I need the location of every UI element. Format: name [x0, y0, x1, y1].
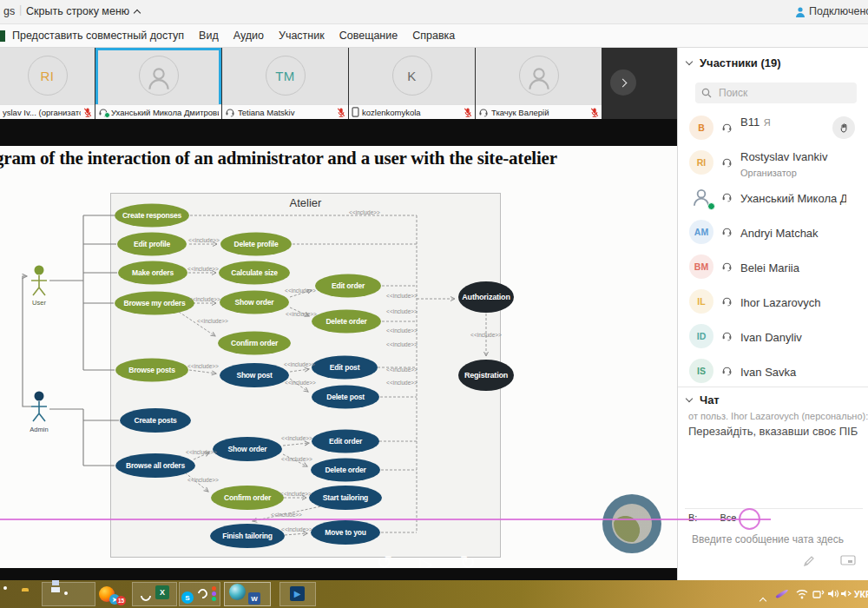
participant-row[interactable]: IS Ivan Savka	[678, 354, 868, 388]
participant-info: Ivan Savka	[740, 364, 846, 380]
menu-item[interactable]: Участник	[279, 30, 325, 42]
recipient-selector[interactable]: Все	[720, 512, 736, 523]
participants-header[interactable]: Участники (19)	[687, 56, 781, 69]
include-stereotype-label: <<include>>	[386, 341, 418, 347]
menu-item[interactable]: Предоставить совместный доступ	[12, 30, 184, 42]
excel-icon[interactable]: X	[155, 585, 169, 599]
participant-role: Организатор	[740, 168, 797, 178]
participant-info: Уханський Микола Дмитро	[740, 190, 846, 206]
avatar-initials: RI	[697, 157, 707, 168]
webex-icon[interactable]	[229, 584, 246, 600]
include-stereotype-label: <<include>>	[284, 361, 315, 367]
windows-taskbar: ➤ 15 X S W ▶ УКР	[0, 580, 868, 608]
participant-info: Ihor Lazarovych	[740, 294, 846, 310]
annotate-pencil-button[interactable]	[802, 554, 816, 568]
usecase-node: Browse all orders	[115, 453, 195, 478]
menu-item[interactable]: Вид	[199, 30, 219, 42]
participant-row[interactable]: RI Rostyslav Ivankiv Организатор	[678, 145, 868, 180]
include-stereotype-label: <<include>>	[286, 311, 317, 317]
notification-badge: 15	[116, 596, 126, 605]
chat-header[interactable]: Чат	[687, 393, 720, 406]
mic-muted-icon	[464, 107, 472, 118]
participant-video-tile[interactable]: RI yslav Iv... (организатор)	[0, 48, 95, 119]
taskbar-group	[132, 582, 177, 606]
participant-video-tile[interactable]: K kozlenkomykola	[349, 48, 475, 119]
forward-30-button[interactable]: ↻ 30	[457, 552, 479, 568]
avatar: BM	[689, 254, 713, 279]
tray-expand-button[interactable]	[760, 591, 766, 607]
chevron-up-icon	[134, 10, 141, 17]
avatar-initials: AM	[694, 227, 708, 237]
participant-video-tile[interactable]: Уханський Микола Дмитрович	[95, 48, 221, 119]
headset-icon	[721, 261, 733, 272]
participant-name: Tetiana Matskiv	[238, 108, 334, 117]
skype-icon[interactable]: S	[181, 591, 194, 604]
wifi-icon[interactable]	[795, 588, 809, 599]
headset-icon	[98, 107, 108, 117]
usecase-node: Delete profile	[220, 233, 292, 256]
include-stereotype-label: <<include>>	[187, 363, 219, 369]
include-stereotype-label: <<include>>	[470, 332, 502, 338]
keyboard-layout-indicator[interactable]: УКР	[854, 589, 868, 599]
include-stereotype-label: <<include>>	[189, 296, 220, 302]
avatar-initials: IL	[697, 296, 705, 307]
participant-name: Rostyslav Ivankiv	[740, 150, 827, 163]
avatar-initials: ID	[697, 331, 707, 341]
menu-item[interactable]: Аудио	[233, 30, 264, 42]
to-label: В:	[688, 512, 697, 523]
participant-info: Ivan Danyliv	[740, 329, 846, 345]
participant-video-tile[interactable]: TM Tetiana Matskiv	[222, 48, 348, 119]
hide-menu-button[interactable]: Скрыть строку меню	[26, 5, 140, 17]
word-icon[interactable]: W	[248, 592, 260, 605]
sharing-badge	[707, 202, 715, 210]
avatar-initials: B	[698, 122, 705, 133]
audio-device-icon[interactable]	[812, 589, 825, 599]
person-icon	[524, 63, 554, 93]
figma-icon[interactable]	[212, 586, 216, 602]
rewind-10-button[interactable]: ↺ 10	[373, 552, 396, 568]
pen-tray-icon[interactable]	[775, 589, 789, 598]
search-input[interactable]	[717, 86, 838, 100]
user-actor	[31, 266, 47, 296]
app-window: gs | Скрыть строку меню Подключено Предо…	[0, 0, 868, 608]
speaker-icon[interactable]	[827, 588, 839, 599]
participant-info: B11 Я	[740, 114, 846, 129]
participant-name: kozlenkomykola	[362, 108, 461, 117]
participant-row[interactable]: IL Ihor Lazarovych	[678, 284, 868, 319]
avatar-initials: K	[407, 69, 417, 83]
play-button[interactable]: ▷	[415, 552, 437, 568]
tile-namebar: Tetiana Matskiv	[222, 104, 348, 119]
share-device-icon[interactable]	[840, 589, 852, 598]
menu-item[interactable]: Справка	[412, 30, 455, 42]
headset-connected-icon	[795, 6, 806, 18]
usecase-node: Make orders	[118, 261, 187, 285]
filmstrip-overflow	[602, 48, 677, 119]
section-divider	[678, 387, 868, 387]
avatar: K	[392, 56, 432, 96]
chat-message-meta: от польз. Ihor Lazarovych (персонально):	[688, 411, 862, 421]
screen-capture-button[interactable]	[840, 554, 856, 568]
letterbox-bottom	[0, 568, 677, 580]
menu-icon-fragment	[0, 30, 5, 42]
participant-row[interactable]: Уханський Микола Дмитро	[678, 180, 868, 215]
movies-tv-icon[interactable]: ▶	[290, 586, 305, 601]
participant-video-tile[interactable]: Ткачук Валерій	[476, 48, 602, 119]
participant-row[interactable]: ID Ivan Danyliv	[678, 319, 868, 354]
usecase-node: Show order	[220, 291, 289, 314]
participant-row[interactable]: AM Andryi Matchak	[678, 215, 868, 249]
participant-row[interactable]: B B11 Я	[678, 110, 868, 145]
raised-hand-button[interactable]	[832, 116, 855, 139]
shared-screen: gram of the interaction of an administra…	[0, 146, 677, 568]
next-participants-button[interactable]	[610, 69, 636, 96]
chat-recipient-row: В: Все	[688, 512, 736, 523]
participant-row[interactable]: BM Belei Mariia	[678, 249, 868, 284]
avatar-initials: RI	[41, 69, 55, 83]
avatar: RI	[28, 56, 68, 96]
chat-input[interactable]	[690, 532, 859, 546]
usecase-node: Edit profile	[117, 233, 187, 256]
tile-namebar: yslav Iv... (организатор)	[0, 104, 95, 119]
usecase-node: Create responses	[115, 204, 189, 228]
usecase-node: Finish tailoring	[210, 524, 285, 548]
headset-icon	[721, 122, 733, 133]
menu-item[interactable]: Совещание	[339, 30, 398, 42]
